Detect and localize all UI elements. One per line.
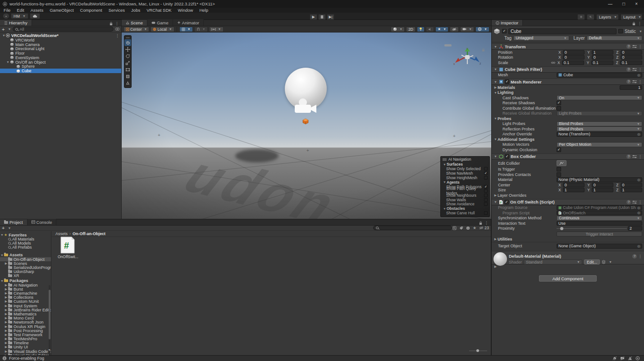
object-picker-icon[interactable]: ◎ (637, 178, 640, 182)
position-z-field[interactable]: 0 (621, 50, 642, 55)
mesh-filter-header[interactable]: ▼ Cube (Mesh Filter) ⋮ (492, 66, 644, 73)
scroll-down-arrow[interactable]: ▼ (48, 348, 51, 352)
menu-services[interactable]: Services (109, 8, 125, 13)
edit-collider-button[interactable] (557, 160, 566, 166)
view-hand-tool[interactable] (124, 39, 131, 46)
rotation-y-field[interactable]: 0 (592, 55, 613, 60)
add-component-button[interactable]: Add Component (539, 275, 597, 282)
menu-assets[interactable]: Assets (31, 8, 44, 13)
active-checkbox[interactable]: ✓ (502, 29, 507, 33)
chevron-down-icon[interactable]: ▼ (609, 260, 612, 264)
mute-notifications-icon[interactable] (612, 356, 617, 361)
menu-vrchat-sdk[interactable]: VRChat SDK (146, 8, 171, 13)
hierarchy-item-onoff-object[interactable]: ▼ On/Off an Object (0, 60, 121, 65)
nav-section-agents[interactable]: ▼Agents (441, 180, 489, 185)
close-button[interactable]: × (635, 1, 638, 6)
rotate-tool[interactable] (124, 53, 131, 60)
scale-y-field[interactable]: 0.1 (591, 60, 613, 65)
tool-handle-rotation-dropdown[interactable]: Local▼ (151, 27, 174, 32)
scene-effects-dropdown[interactable]: ★ ▼ (435, 27, 448, 32)
rect-tool[interactable] (124, 66, 131, 73)
transform-header[interactable]: ▼ Transform ⋮ (492, 43, 644, 50)
info-icon[interactable] (466, 226, 470, 230)
component-menu-icon[interactable]: ⋮ (638, 79, 642, 84)
mesh-renderer-header[interactable]: ▼ ✓ Mesh Renderer ⋮ (492, 79, 644, 85)
step-button[interactable]: ▶| (327, 14, 334, 20)
camera-settings-dropdown[interactable]: ▼ (460, 27, 474, 32)
mute-messages-icon[interactable] (620, 356, 625, 361)
tab-animator[interactable]: Animator (173, 19, 204, 26)
hierarchy-item-directional-light[interactable]: Directional Light (0, 46, 121, 51)
foldout-icon[interactable]: ▼ (493, 138, 498, 141)
hierarchy-scene-row[interactable]: ▼ VRCDefaultWorldScene* ⋮ (0, 33, 121, 38)
mesh-object-field[interactable]: Cube◎ (557, 73, 642, 78)
scale-z-field[interactable]: 0.1 (620, 60, 642, 65)
object-picker-icon[interactable]: ◎ (637, 73, 640, 77)
component-enabled-checkbox[interactable]: ✓ (505, 79, 509, 84)
material-preview-foldout[interactable]: ▶ (493, 265, 498, 268)
rotation-z-field[interactable]: 0 (621, 55, 642, 60)
tool-handle-position-dropdown[interactable]: Center▼ (123, 27, 149, 32)
scene-audio-toggle[interactable] (426, 27, 434, 32)
snap-increment-button[interactable]: ▼ (194, 27, 208, 32)
presets-icon[interactable] (632, 200, 637, 204)
mute-alerts-icon[interactable] (628, 356, 632, 361)
center-y-field[interactable]: 0 (592, 183, 613, 187)
help-icon[interactable] (632, 254, 637, 259)
camera-gizmo-icon[interactable] (292, 98, 318, 115)
provides-contacts-checkbox[interactable] (557, 172, 561, 177)
presets-icon[interactable] (632, 80, 637, 83)
lock-icon[interactable] (632, 22, 635, 26)
trigger-interact-button[interactable]: Trigger Interact (557, 231, 642, 236)
checkbox[interactable]: ✓ (484, 171, 488, 175)
foldout-icon[interactable]: ▼ (6, 60, 10, 64)
probes-foldout[interactable]: Probes (498, 116, 556, 121)
create-object-button[interactable]: + (2, 27, 5, 32)
progress-target-icon[interactable] (635, 356, 640, 361)
foldout-icon[interactable]: ▼ (493, 117, 498, 120)
menu-component[interactable]: Component (80, 8, 102, 13)
menu-window[interactable]: Window (178, 8, 193, 13)
tab-console[interactable]: Console (27, 219, 57, 225)
move-tool[interactable] (124, 46, 131, 53)
scale-x-field[interactable]: 0.1 (562, 60, 584, 65)
presets-icon[interactable] (632, 68, 637, 71)
shading-mode-dropdown[interactable]: ▼ (391, 27, 405, 32)
hierarchy-search-input[interactable]: All (13, 27, 114, 32)
tab-game[interactable]: Game (147, 19, 173, 26)
presets-icon[interactable] (632, 155, 637, 158)
tab-hierarchy[interactable]: Hierarchy (0, 19, 32, 26)
hierarchy-item-eventsystem[interactable]: EventSystem (0, 56, 121, 60)
foldout-icon[interactable]: ▶ (493, 86, 498, 89)
breadcrumb-root[interactable]: Assets (55, 231, 68, 236)
favorite-all-prefabs[interactable]: All Prefabs (0, 245, 51, 250)
checkbox[interactable]: ✓ (484, 185, 488, 189)
chevron-down-icon[interactable]: ▼ (8, 227, 11, 230)
create-asset-button[interactable]: + (2, 226, 5, 230)
material-edit-button[interactable]: Edit... (584, 259, 600, 264)
foldout-icon[interactable]: ▼ (493, 91, 498, 94)
layers-dropdown[interactable]: Layers▼ (596, 14, 619, 20)
tag-dropdown[interactable]: Untagged▼ (513, 36, 569, 41)
component-menu-icon[interactable]: ⋮ (638, 254, 642, 259)
project-search-input[interactable] (373, 226, 452, 230)
panel-menu-icon[interactable]: ⋮ (638, 21, 642, 26)
center-z-field[interactable]: 0 (621, 183, 642, 187)
gizmo-lock-icon[interactable] (482, 48, 485, 52)
orientation-gizmo[interactable]: y x z (452, 44, 482, 71)
nav-section-surfaces[interactable]: ▼Surfaces (441, 162, 489, 167)
object-picker-icon[interactable]: ◎ (637, 244, 640, 248)
hierarchy-item-vrcworld[interactable]: VRCWorld (0, 38, 121, 42)
physic-material-field[interactable]: None (Physic Material)◎ (557, 177, 642, 182)
script-header[interactable]: ▼ # ✓ On Off Switch (Script) ⋮ (492, 199, 644, 205)
menu-edit[interactable]: Edit (17, 8, 24, 13)
component-menu-icon[interactable]: ⋮ (638, 44, 642, 49)
dynamic-occlusion-checkbox[interactable]: ✓ (557, 148, 561, 152)
center-x-field[interactable]: 0 (563, 183, 585, 187)
menu-gameobject[interactable]: GameObject (50, 8, 73, 13)
nav-section-obstacles[interactable]: ▼Obstacles (441, 206, 489, 211)
2d-toggle[interactable]: 2D (406, 27, 416, 32)
additional-settings-foldout[interactable]: Additional Settings (498, 137, 556, 142)
utilities-foldout[interactable]: Utilities (498, 237, 556, 241)
hierarchy-item-cube[interactable]: Cube (0, 69, 121, 73)
